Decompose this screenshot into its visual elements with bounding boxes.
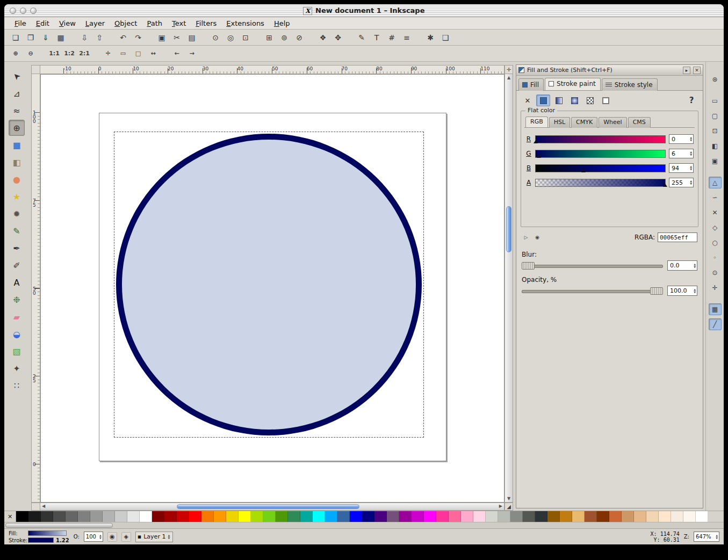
titlebar[interactable]: XNew document 1 – Inkscape: [4, 4, 724, 17]
palette-swatch[interactable]: [609, 511, 622, 522]
swatch[interactable]: [599, 94, 612, 106]
object-opacity-spinbox[interactable]: 100 ▲▼: [84, 532, 103, 542]
snap-smooth-nodes[interactable]: ○: [709, 237, 722, 249]
star-tool[interactable]: ★: [9, 188, 25, 205]
ellipse-tool[interactable]: ●: [9, 171, 25, 187]
palette-swatch[interactable]: [103, 511, 115, 522]
import[interactable]: ⇩: [77, 31, 91, 45]
spray-tool[interactable]: ❉: [9, 292, 25, 308]
palette-swatch[interactable]: [66, 511, 78, 522]
menu-item[interactable]: Text: [167, 18, 191, 28]
snap-path-intersections[interactable]: ✕: [709, 207, 722, 219]
tweak-tool[interactable]: ≈: [9, 103, 25, 119]
unlink-clone[interactable]: ⊘: [292, 31, 306, 45]
pen-tool[interactable]: ✒: [9, 240, 25, 256]
palette-scrollbar-thumb[interactable]: [5, 523, 113, 528]
zoom-to-selection[interactable]: ⊙: [208, 31, 222, 45]
palette-swatch[interactable]: [350, 511, 362, 522]
unknown-paint[interactable]: ?: [684, 94, 698, 106]
zoom-button[interactable]: [30, 8, 37, 14]
layer-selector-arrows-icon[interactable]: ▲▼: [168, 534, 171, 540]
palette-swatch[interactable]: [436, 511, 449, 522]
vertical-scrollbar-thumb[interactable]: [506, 206, 511, 252]
zoom-page[interactable]: □: [131, 47, 145, 61]
pencil-tool[interactable]: ✎: [9, 223, 25, 239]
horizontal-ruler[interactable]: -100102030405060708090100110: [40, 65, 504, 74]
zoom-out[interactable]: ⊖: [24, 47, 38, 61]
flat-color[interactable]: [536, 94, 550, 106]
palette-swatch[interactable]: [337, 511, 350, 522]
dock-close-button[interactable]: ✕: [693, 67, 701, 74]
pattern[interactable]: [583, 94, 597, 106]
rectangle-tool[interactable]: ■: [9, 137, 25, 153]
palette-swatch[interactable]: [461, 511, 473, 522]
palette-swatch[interactable]: [41, 511, 53, 522]
palette-swatch[interactable]: [449, 511, 461, 522]
opacity-slider-handle[interactable]: [650, 287, 663, 295]
menu-item[interactable]: Edit: [31, 18, 54, 28]
connector-tool[interactable]: ∷: [9, 377, 25, 394]
zoom-selection[interactable]: ✛: [101, 47, 115, 61]
eraser-tool[interactable]: ▰: [9, 309, 25, 325]
palette-swatch[interactable]: [313, 511, 325, 522]
color-grab-icon[interactable]: ◉: [533, 233, 542, 242]
dropper-tool[interactable]: ✦: [9, 360, 25, 376]
snap-bbox-edge-midpoints[interactable]: ◧: [709, 140, 722, 152]
horizontal-scrollbar[interactable]: ◀ ▶: [40, 503, 504, 511]
export[interactable]: ⇧: [92, 31, 106, 45]
palette-swatch[interactable]: [276, 511, 288, 522]
duplicate[interactable]: ⊞: [262, 31, 276, 45]
palette-swatch[interactable]: [189, 511, 201, 522]
fill-color-swatch[interactable]: [28, 530, 67, 536]
cut[interactable]: ✂: [170, 31, 184, 45]
spinner-arrows-icon[interactable]: ▲▼: [690, 151, 693, 156]
document-properties[interactable]: ❑: [438, 31, 452, 45]
palette-swatch[interactable]: [597, 511, 609, 522]
snap-paths[interactable]: ∽: [709, 192, 722, 203]
snap-bbox[interactable]: ▭: [709, 95, 722, 107]
palette-swatch[interactable]: [671, 511, 683, 522]
selector-tool[interactable]: ➤: [9, 68, 25, 84]
palette-swatch[interactable]: [646, 511, 659, 522]
zoom-1-2[interactable]: 1:2: [62, 47, 76, 61]
close-button[interactable]: [10, 8, 16, 14]
zoom-1-1[interactable]: 1:1: [47, 47, 61, 61]
palette-swatch[interactable]: [424, 511, 436, 522]
print[interactable]: ▦: [54, 31, 68, 45]
palette-swatch[interactable]: [547, 511, 560, 522]
menu-item[interactable]: Path: [142, 18, 167, 28]
gradient-tool[interactable]: ▧: [9, 343, 25, 359]
channel-value-spinbox[interactable]: 255 ▲▼: [669, 178, 694, 187]
zoom-to-page[interactable]: ⊡: [239, 31, 253, 45]
zoom-to-drawing[interactable]: ◎: [224, 31, 237, 45]
snap-midpoints[interactable]: ◦: [709, 252, 722, 264]
channel-value-spinbox[interactable]: 0 ▲▼: [669, 134, 694, 144]
paint-bucket-tool[interactable]: ◒: [9, 326, 25, 342]
colorspace-tab[interactable]: HSL: [549, 117, 570, 128]
box3d-tool[interactable]: ◧: [9, 154, 25, 170]
save-document[interactable]: ⇓: [39, 31, 53, 45]
palette-swatch[interactable]: [164, 511, 177, 522]
palette-swatch[interactable]: [585, 511, 597, 522]
text-dialog[interactable]: T: [370, 31, 384, 45]
zoom-2-1[interactable]: 2:1: [77, 47, 91, 61]
text-tool[interactable]: A: [9, 274, 25, 290]
minimize-button[interactable]: [20, 8, 26, 14]
undo[interactable]: ↶: [116, 31, 130, 45]
new-document[interactable]: ❏: [9, 31, 23, 45]
redo[interactable]: ↷: [131, 31, 145, 45]
linear-gradient[interactable]: [552, 94, 566, 106]
channel-slider[interactable]: [535, 179, 666, 187]
palette-swatch[interactable]: [535, 511, 547, 522]
snap-guides[interactable]: ╱: [709, 318, 722, 330]
snap-toggle[interactable]: ⊛: [709, 74, 722, 85]
palette-swatch[interactable]: [634, 511, 646, 522]
menu-item[interactable]: View: [54, 18, 81, 28]
fill-stroke-dialog[interactable]: ✎: [355, 31, 369, 45]
menu-item[interactable]: Help: [269, 18, 295, 28]
channel-value-spinbox[interactable]: 94 ▲▼: [669, 163, 694, 173]
spinner-arrows-icon[interactable]: ▲▼: [716, 534, 719, 540]
palette-swatch[interactable]: [288, 511, 300, 522]
palette-swatch[interactable]: [127, 511, 140, 522]
palette-swatch[interactable]: [53, 511, 66, 522]
